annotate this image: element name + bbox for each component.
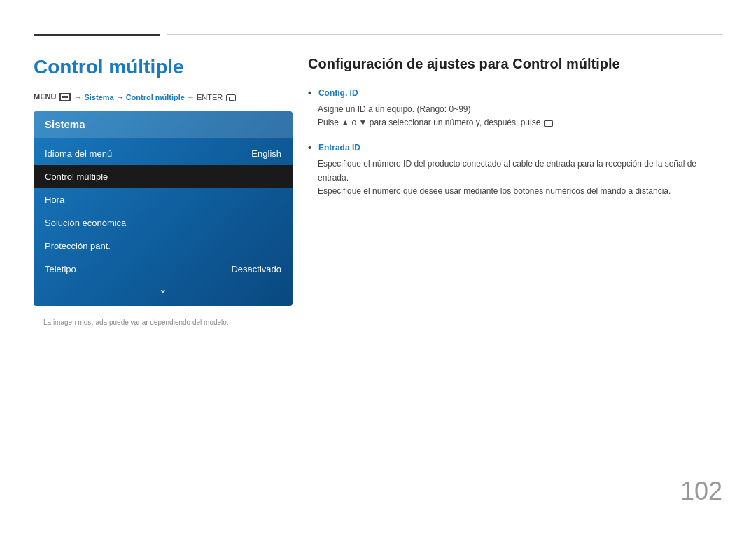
menu-item-value: English: [251, 148, 281, 159]
menu-item-control-multiple[interactable]: Control múltiple: [34, 165, 293, 188]
breadcrumb-menu: MENU: [34, 92, 72, 101]
config-label-text-entrada: Entrada ID: [318, 143, 360, 153]
config-desc-entrada: Especifique el número ID del producto co…: [318, 157, 722, 198]
image-note: La imagen mostrada puede variar dependie…: [34, 318, 293, 326]
divider-line: [34, 332, 167, 332]
config-desc-line1: Asigne un ID a un equipo. (Rango: 0~99): [318, 103, 722, 116]
config-label-entrada: • Entrada ID: [308, 142, 722, 153]
menu-icon: [59, 93, 71, 101]
config-section-id: • Config. ID Asigne un ID a un equipo. (…: [308, 87, 722, 129]
config-section-entrada: • Entrada ID Especifique el número ID de…: [308, 142, 722, 198]
breadcrumb-sistema: Sistema: [84, 93, 113, 101]
config-desc-entrada-line2: Especifique el número que desee usar med…: [318, 185, 722, 198]
menu-item-label: Hora: [45, 195, 64, 205]
enter-icon: [226, 94, 236, 101]
menu-item-label: Teletipo: [45, 264, 76, 274]
top-line-long: [167, 34, 722, 35]
menu-items: Idioma del menú English Control múltiple…: [34, 138, 293, 306]
breadcrumb-control-multiple: Control múltiple: [126, 93, 185, 101]
menu-item-label: Solución económica: [45, 218, 126, 228]
right-column: Configuración de ajustes para Control mú…: [308, 56, 722, 211]
breadcrumb: MENU → Sistema → Control múltiple → ENTE…: [34, 92, 293, 101]
menu-header: Sistema: [34, 111, 293, 138]
menu-item-hora[interactable]: Hora: [34, 188, 293, 211]
config-desc-id: Asigne un ID a un equipo. (Rango: 0~99) …: [318, 103, 722, 129]
config-label-text: Config. ID: [318, 88, 358, 98]
config-desc-line2: Pulse ▲ o ▼ para seleccionar un número y…: [318, 116, 722, 129]
enter-inline-icon: [544, 120, 553, 127]
menu-item-idioma[interactable]: Idioma del menú English: [34, 142, 293, 165]
menu-item-proteccion[interactable]: Protección pant.: [34, 234, 293, 258]
menu-box: Sistema Idioma del menú English Control …: [34, 111, 293, 306]
menu-item-value: Desactivado: [231, 264, 281, 274]
page-title: Control múltiple: [34, 56, 293, 78]
top-line-short: [34, 34, 160, 36]
menu-item-label: Protección pant.: [45, 241, 111, 251]
config-label-id: • Config. ID: [308, 87, 722, 99]
menu-item-label: Control múltiple: [45, 171, 108, 182]
config-desc-entrada-line1: Especifique el número ID del producto co…: [318, 157, 722, 184]
menu-item-label: Idioma del menú: [45, 148, 112, 159]
menu-item-teletipo[interactable]: Teletipo Desactivado: [34, 258, 293, 281]
breadcrumb-enter: ENTER: [197, 93, 236, 101]
bullet-icon: •: [308, 87, 312, 99]
menu-header-text: Sistema: [45, 118, 85, 130]
page-number: 102: [680, 477, 722, 506]
menu-chevron: ⌄: [34, 281, 293, 299]
left-column: Control múltiple MENU → Sistema → Contro…: [34, 56, 293, 332]
section-title: Configuración de ajustes para Control mú…: [308, 56, 722, 72]
top-decorative-lines: [34, 34, 722, 36]
breadcrumb-arrow2: →: [116, 93, 124, 101]
breadcrumb-arrow1: →: [74, 93, 82, 101]
bullet-icon: •: [308, 142, 312, 153]
breadcrumb-arrow3: →: [187, 93, 195, 101]
menu-item-solucion[interactable]: Solución económica: [34, 211, 293, 234]
image-note-text: La imagen mostrada puede variar dependie…: [43, 318, 229, 326]
